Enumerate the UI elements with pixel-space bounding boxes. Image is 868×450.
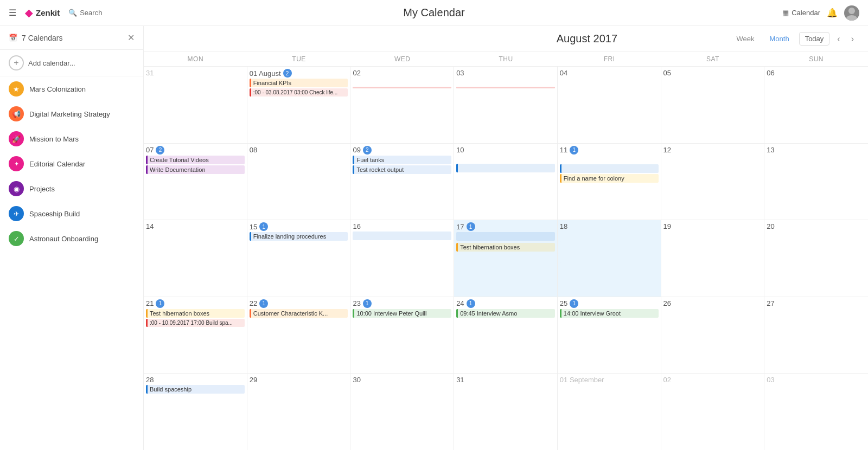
today-button[interactable]: Today [799, 32, 830, 46]
calendar-nav-item[interactable]: ▦ Calendar [782, 9, 820, 17]
cell-aug-27[interactable]: 27 [764, 297, 868, 374]
event-build-spaceship[interactable]: Build spaceship [146, 385, 245, 394]
event-write-docs[interactable]: Write Documentation [146, 165, 245, 174]
event-fuel-tanks[interactable]: Fuel tanks [353, 156, 451, 164]
cell-aug-30[interactable]: 30 [350, 374, 454, 450]
day-number: 11 1 [560, 146, 659, 155]
calendar-grid: 31 01 August 2 Financial KPIs :00 - 03.0… [144, 67, 868, 450]
event-financial-kpis[interactable]: Financial KPIs [250, 79, 348, 87]
day-number: 22 1 [250, 299, 348, 308]
day-number: 24 1 [456, 299, 555, 308]
event-check-life[interactable]: :00 - 03.08.2017 03:00 Check life... [250, 88, 348, 97]
event-interview-groot[interactable]: 14:00 Interview Groot [560, 309, 659, 318]
sidebar-item-digital-marketing[interactable]: 📢 Digital Marketing Strategy [0, 101, 143, 126]
notification-icon[interactable]: 🔔 [827, 8, 838, 18]
event-build-spa[interactable]: :00 - 10.09.2017 17:00 Build spa... [146, 319, 245, 327]
cell-aug-10[interactable]: 10 [454, 144, 558, 220]
cell-aug-03[interactable]: 03 [454, 67, 558, 143]
event-test-rocket[interactable]: Test rocket output [353, 165, 451, 174]
cell-aug-01[interactable]: 01 August 2 Financial KPIs :00 - 03.08.2… [247, 67, 351, 143]
cell-aug-04[interactable]: 04 [558, 67, 661, 143]
cell-aug-26[interactable]: 26 [661, 297, 765, 374]
event-finalize-landing[interactable]: Finalize landing procedures [250, 232, 348, 241]
user-avatar[interactable] [844, 5, 859, 21]
sidebar-item-mission-to-mars[interactable]: 🚀 Mission to Mars [0, 126, 143, 151]
add-calendar-button[interactable]: + Add calendar... [0, 50, 143, 76]
event-interview-peter[interactable]: 10:00 Interview Peter Quill [353, 309, 451, 318]
month-view-button[interactable]: Month [764, 33, 795, 45]
cell-aug-05[interactable]: 05 [661, 67, 765, 143]
day-number: 28 [146, 376, 245, 384]
event-count-badge: 1 [259, 222, 268, 231]
cell-aug-17[interactable]: 17 1 Test hibernation boxes [454, 220, 558, 297]
event-find-name[interactable]: Find a name for colony [560, 174, 659, 183]
day-number: 25 1 [560, 299, 659, 308]
sidebar-item-projects[interactable]: ◉ Projects [0, 176, 143, 201]
cell-aug-28[interactable]: 28 Build spaceship [144, 374, 247, 450]
hamburger-icon[interactable]: ☰ [9, 8, 16, 18]
cell-aug-19[interactable]: 19 [661, 220, 765, 297]
sidebar-item-mars-colonization[interactable]: ★ Mars Colonization [0, 76, 143, 101]
day-header-thu: Thu [454, 52, 558, 66]
cell-aug-14[interactable]: 14 [144, 220, 247, 297]
cell-aug-15[interactable]: 15 1 Finalize landing procedures [247, 220, 351, 297]
sidebar-item-astronaut-onboarding[interactable]: ✓ Astronaut Onboarding [0, 226, 143, 251]
cell-aug-23[interactable]: 23 1 10:00 Interview Peter Quill [350, 297, 454, 374]
event-count-badge: 2 [283, 69, 292, 78]
diamond-icon: ◆ [25, 7, 33, 19]
week-view-button[interactable]: Week [731, 33, 760, 45]
close-sidebar-button[interactable]: ✕ [127, 33, 135, 43]
day-number: 31 [456, 376, 555, 384]
cell-aug-16[interactable]: 16 [350, 220, 454, 297]
projects-icon: ◉ [9, 181, 24, 196]
cell-aug-31[interactable]: 31 [454, 374, 558, 450]
day-number: 04 [560, 69, 659, 77]
cell-aug-24[interactable]: 24 1 09:45 Interview Asmo [454, 297, 558, 374]
sidebar-item-spaceship-build[interactable]: ✈ Spaceship Build [0, 201, 143, 226]
cell-aug-09[interactable]: 09 2 Fuel tanks Test rocket output [350, 144, 454, 220]
event-test-hibernation[interactable]: Test hibernation boxes [456, 243, 555, 252]
event-interview-asmo[interactable]: 09:45 Interview Asmo [456, 309, 555, 318]
cell-aug-11[interactable]: 11 1 Find a name for colony [558, 144, 661, 220]
event-test-hibernation-2[interactable]: Test hibernation boxes [146, 309, 245, 318]
cell-jul-31[interactable]: 31 [144, 67, 247, 143]
cell-sep-02[interactable]: 02 [661, 374, 765, 450]
cell-aug-25[interactable]: 25 1 14:00 Interview Groot [558, 297, 661, 374]
spaceship-build-icon: ✈ [9, 206, 24, 221]
cell-sep-01[interactable]: 01 September [558, 374, 661, 450]
day-number: 02 [663, 376, 762, 384]
event-count-badge: 1 [570, 299, 578, 308]
cell-aug-29[interactable]: 29 [247, 374, 351, 450]
event-count-badge: 1 [156, 299, 164, 308]
cell-aug-21[interactable]: 21 1 Test hibernation boxes :00 - 10.09.… [144, 297, 247, 374]
calendar-nav-label: Calendar [792, 9, 820, 17]
event-customer-char[interactable]: Customer Characteristic K... [250, 309, 348, 318]
cell-aug-13[interactable]: 13 [764, 144, 868, 220]
day-number: 05 [663, 69, 762, 77]
day-number: 15 1 [250, 222, 348, 231]
sidebar-item-editorial-calendar[interactable]: ✦ Editorial Calendar [0, 151, 143, 176]
day-number: 18 [560, 222, 659, 230]
cell-aug-06[interactable]: 06 [764, 67, 868, 143]
digital-marketing-label: Digital Marketing Strategy [29, 110, 110, 118]
prev-month-button[interactable]: ‹ [834, 32, 843, 46]
search-button[interactable]: 🔍 Search [68, 9, 102, 17]
cell-aug-18[interactable]: 18 [558, 220, 661, 297]
day-number: 03 [767, 376, 866, 384]
cell-aug-08[interactable]: 08 [247, 144, 351, 220]
cell-aug-12[interactable]: 12 [661, 144, 765, 220]
cell-aug-22[interactable]: 22 1 Customer Characteristic K... [247, 297, 351, 374]
cell-aug-07[interactable]: 07 2 Create Tutorial Videos Write Docume… [144, 144, 247, 220]
next-month-button[interactable]: › [848, 32, 857, 46]
cell-sep-03[interactable]: 03 [764, 374, 868, 450]
calendar-list-icon: 📅 [9, 34, 17, 42]
event-count-badge: 2 [156, 146, 164, 155]
event-create-tutorial[interactable]: Create Tutorial Videos [146, 156, 245, 164]
day-number: 02 [353, 69, 451, 77]
zenkit-logo[interactable]: ◆ Zenkit [25, 7, 60, 19]
event-label: 14:00 Interview Groot [561, 309, 659, 318]
cell-aug-02[interactable]: 02 [350, 67, 454, 143]
sidebar-header-left: 📅 7 Calendars [9, 34, 63, 42]
cell-aug-20[interactable]: 20 [764, 220, 868, 297]
editorial-calendar-label: Editorial Calendar [29, 160, 85, 168]
